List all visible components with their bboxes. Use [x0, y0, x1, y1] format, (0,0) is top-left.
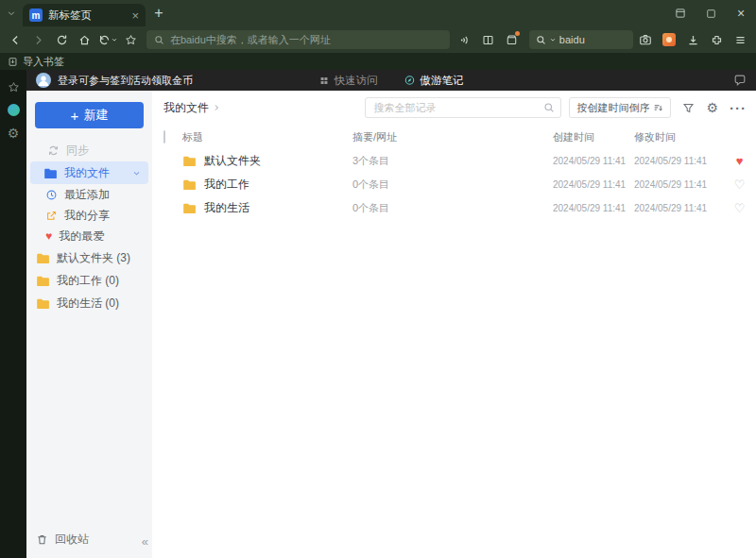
undo-button[interactable]: [96, 28, 118, 51]
sidebar-item-shares[interactable]: 我的分享: [26, 205, 152, 226]
new-tab-button[interactable]: +: [146, 0, 172, 26]
screenshot-button[interactable]: [634, 28, 657, 51]
table-row[interactable]: 默认文件夹 3个条目 2024/05/29 11:41 2024/05/29 1…: [163, 149, 747, 173]
rewards-button[interactable]: [658, 28, 680, 51]
quick-search-box[interactable]: baidu: [529, 30, 633, 49]
header-tabs: 快速访问 傲游笔记: [319, 70, 464, 91]
sidebar-item-my-files[interactable]: 我的文件: [30, 161, 148, 184]
chevron-right-icon: [213, 104, 220, 111]
apps-icon: [8, 104, 20, 116]
sidebar-item-shares-label: 我的分享: [64, 208, 110, 224]
breadcrumb-label: 我的文件: [163, 100, 209, 116]
bookmarks-bar: 导入书签: [0, 53, 756, 70]
puzzle-icon: [711, 34, 723, 46]
clock-icon: [45, 189, 58, 201]
row-modified: 2024/05/29 11:41: [634, 179, 732, 190]
search-input[interactable]: [365, 97, 561, 118]
rewards-icon: [662, 33, 676, 46]
view-settings-button[interactable]: ⚙: [706, 101, 718, 114]
row-summary: 0个条目: [352, 201, 553, 215]
new-note-label: 新建: [83, 107, 108, 124]
download-button[interactable]: [681, 28, 704, 51]
sidebar-folder-default-label: 默认文件夹 (3): [57, 250, 130, 266]
tab-notes[interactable]: 傲游笔记: [404, 74, 464, 88]
read-aloud-button[interactable]: [455, 28, 476, 51]
extensions-button[interactable]: [705, 28, 728, 51]
sidebar-folder-life[interactable]: 我的生活 (0): [26, 292, 152, 314]
favorites-panel-button[interactable]: [8, 81, 20, 93]
refresh-icon: [56, 34, 68, 46]
settings-panel-button[interactable]: ⚙: [8, 127, 20, 140]
refresh-button[interactable]: [51, 28, 73, 51]
sidebar-item-recent[interactable]: 最近添加: [26, 184, 152, 205]
compass-icon: [404, 75, 416, 86]
sidebar-item-sync-label: 同步: [66, 143, 89, 159]
favorite-toggle[interactable]: ♡: [732, 202, 747, 214]
star-icon: [8, 81, 20, 93]
sort-button[interactable]: 按创建时间倒序: [569, 97, 671, 118]
address-placeholder: 在baidu中搜索，或者输入一个网址: [170, 33, 331, 47]
column-created[interactable]: 创建时间: [553, 130, 634, 144]
browser-tab-newtab[interactable]: m 新标签页 ×: [23, 4, 146, 26]
new-note-button[interactable]: + 新建: [35, 102, 144, 128]
chevron-down-icon[interactable]: [132, 169, 148, 178]
home-button[interactable]: [74, 28, 95, 51]
table-row[interactable]: 我的工作 0个条目 2024/05/29 11:41 2024/05/29 11…: [163, 173, 747, 196]
back-icon: [9, 34, 22, 46]
tab-notes-label: 傲游笔记: [421, 74, 464, 88]
plus-icon: +: [71, 109, 79, 123]
avatar[interactable]: [36, 73, 51, 88]
reader-mode-button[interactable]: [477, 28, 499, 51]
table-row[interactable]: 我的生活 0个条目 2024/05/29 11:41 2024/05/29 11…: [163, 196, 747, 220]
sidebar-item-recycle[interactable]: 回收站: [26, 528, 152, 550]
heart-icon: ♥: [45, 230, 52, 242]
column-summary[interactable]: 摘要/网址: [352, 130, 553, 144]
forward-button[interactable]: [27, 28, 49, 51]
collapse-sidebar-button[interactable]: «: [142, 534, 148, 549]
back-button[interactable]: [5, 28, 26, 51]
home-icon: [78, 34, 91, 46]
main-menu-button[interactable]: [729, 28, 751, 51]
tab-quick-access[interactable]: 快速访问: [319, 74, 378, 88]
column-modified[interactable]: 修改时间: [634, 130, 732, 144]
import-bookmarks-label: 导入书签: [23, 55, 64, 69]
select-all-checkbox[interactable]: [163, 130, 165, 144]
import-bookmarks-button[interactable]: 导入书签: [8, 55, 64, 69]
login-prompt[interactable]: 登录可参与签到活动领取金币: [58, 74, 193, 88]
sidebar-item-recycle-label: 回收站: [55, 532, 89, 548]
maximize-icon: [706, 8, 716, 19]
folder-icon: [182, 202, 197, 214]
sidebar-item-favorites[interactable]: ♥ 我的最爱: [26, 226, 152, 246]
sidebar-item-sync[interactable]: 同步: [26, 139, 152, 161]
feedback-button[interactable]: [733, 74, 747, 87]
maximize-button[interactable]: [696, 0, 726, 26]
row-modified: 2024/05/29 11:41: [634, 203, 732, 213]
favorite-toggle[interactable]: ♡: [732, 178, 747, 191]
share-icon: [45, 210, 58, 222]
address-bar[interactable]: 在baidu中搜索，或者输入一个网址: [146, 30, 450, 49]
menu-icon: [734, 34, 747, 46]
sidebar-item-favorites-label: 我的最爱: [59, 228, 104, 245]
row-title: 默认文件夹: [204, 153, 261, 169]
filter-button[interactable]: [682, 102, 695, 114]
tab-list-button[interactable]: [0, 0, 23, 26]
close-button[interactable]: ×: [726, 0, 756, 26]
favorite-toggle[interactable]: ♥: [732, 155, 747, 167]
toolbar-right-group: [634, 28, 751, 51]
row-summary: 3个条目: [352, 154, 553, 168]
window-mode-button[interactable]: [665, 0, 696, 26]
chat-bubble-icon: [733, 74, 747, 87]
window-controls: ×: [665, 0, 756, 26]
collect-box-button[interactable]: [501, 28, 523, 51]
breadcrumb[interactable]: 我的文件: [163, 100, 220, 116]
more-button[interactable]: ···: [730, 104, 747, 112]
tab-close-icon[interactable]: ×: [131, 9, 139, 22]
sidebar-folder-default[interactable]: 默认文件夹 (3): [26, 246, 152, 269]
sidebar-folder-work[interactable]: 我的工作 (0): [26, 269, 152, 292]
column-title[interactable]: 标题: [182, 130, 352, 144]
notification-dot: [515, 31, 520, 36]
favorite-page-button[interactable]: [120, 28, 142, 51]
apps-panel-button[interactable]: [8, 104, 20, 116]
forward-icon: [32, 34, 44, 46]
sort-button-label: 按创建时间倒序: [576, 101, 649, 115]
